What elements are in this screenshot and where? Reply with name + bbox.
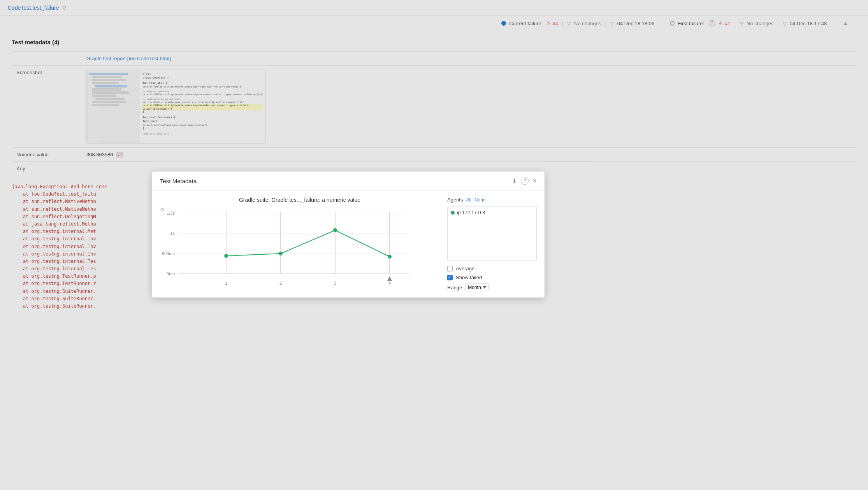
svg-text:1.5s: 1.5s bbox=[167, 211, 175, 215]
average-checkbox[interactable] bbox=[447, 266, 453, 271]
agent-item: ip-172-17-0-3 bbox=[451, 210, 533, 215]
agent-box: ip-172-17-0-3 bbox=[447, 206, 537, 261]
modal-help-icon[interactable]: ? bbox=[521, 177, 529, 185]
agents-links: All None bbox=[466, 197, 485, 203]
chart-wrapper: ⚙ 1.5s 1s 500ms 0ms bbox=[160, 207, 439, 290]
svg-text:1: 1 bbox=[225, 281, 227, 285]
modal-title: Test Metadata bbox=[160, 178, 197, 184]
svg-text:3: 3 bbox=[334, 281, 336, 285]
show-failed-checkbox[interactable] bbox=[447, 275, 453, 280]
modal-close-button[interactable]: × bbox=[532, 177, 537, 184]
svg-text:1s: 1s bbox=[170, 231, 175, 236]
agents-label: Agents bbox=[447, 197, 463, 203]
modal-body: Gradle suite: Gradle tes..._failure: a n… bbox=[152, 191, 545, 298]
svg-text:2: 2 bbox=[279, 281, 282, 285]
chart-sidebar: Agents All None ip-172-17-0-3 Average Sh… bbox=[447, 197, 537, 291]
show-failed-option-row: Show failed bbox=[447, 275, 537, 280]
average-label: Average bbox=[456, 266, 474, 271]
current-build-indicator bbox=[387, 276, 392, 281]
range-label: Range bbox=[447, 285, 462, 290]
chart-point-1[interactable] bbox=[224, 254, 228, 258]
agents-header: Agents All None bbox=[447, 197, 537, 203]
agents-none-link[interactable]: None bbox=[474, 197, 486, 203]
chart-point-4[interactable] bbox=[388, 255, 392, 259]
download-icon[interactable]: ⬇ bbox=[512, 177, 517, 185]
chart-title: Gradle suite: Gradle tes..._failure: a n… bbox=[160, 197, 439, 203]
test-metadata-modal: Test Metadata ⬇ ? × Gradle suite: Gradle… bbox=[152, 171, 545, 298]
average-option-row: Average bbox=[447, 266, 537, 271]
agent-name: ip-172-17-0-3 bbox=[457, 210, 485, 215]
chart-settings-icon[interactable]: ⚙ bbox=[160, 207, 165, 213]
modal-icons: ⬇ ? × bbox=[512, 177, 537, 185]
svg-text:4: 4 bbox=[388, 281, 391, 285]
chart-point-3[interactable] bbox=[333, 228, 337, 232]
agent-status-dot bbox=[451, 211, 455, 215]
chart-svg: 1.5s 1s 500ms 0ms bbox=[160, 207, 417, 289]
range-row: Range Day Week Month Year bbox=[447, 284, 537, 291]
svg-text:500ms: 500ms bbox=[162, 251, 175, 256]
svg-text:0ms: 0ms bbox=[167, 271, 175, 276]
show-failed-label: Show failed bbox=[456, 275, 482, 280]
chart-point-2[interactable] bbox=[279, 252, 283, 256]
chart-area: Gradle suite: Gradle tes..._failure: a n… bbox=[160, 197, 439, 291]
modal-header: Test Metadata ⬇ ? × bbox=[152, 172, 545, 191]
agents-all-link[interactable]: All bbox=[466, 197, 471, 203]
range-select[interactable]: Day Week Month Year bbox=[465, 284, 488, 291]
